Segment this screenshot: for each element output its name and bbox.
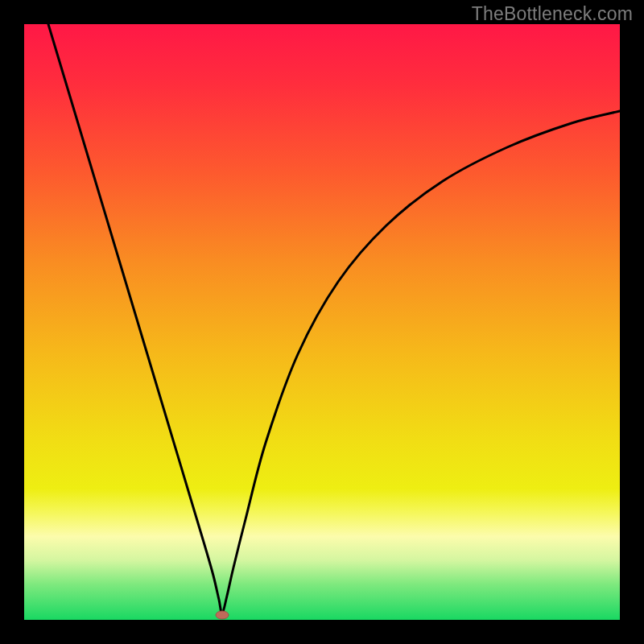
chart-svg bbox=[24, 24, 620, 620]
watermark-text: TheBottleneck.com bbox=[472, 3, 633, 25]
gradient-background bbox=[24, 24, 620, 620]
minimum-marker bbox=[216, 611, 229, 619]
chart-frame: TheBottleneck.com bbox=[0, 0, 644, 644]
plot-area bbox=[24, 24, 620, 620]
